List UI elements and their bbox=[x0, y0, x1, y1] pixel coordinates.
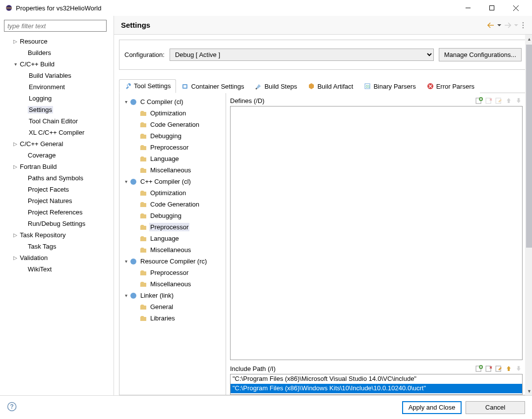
cancel-button[interactable]: Cancel bbox=[466, 401, 525, 414]
nav-cppgeneral[interactable]: ▷C/C++ General bbox=[4, 138, 110, 150]
tt-rc-preprocessor[interactable]: Preprocessor bbox=[119, 267, 226, 278]
move-up-icon[interactable] bbox=[505, 365, 513, 372]
vertical-scrollbar[interactable]: ▲ ▼ bbox=[525, 35, 532, 395]
tt-c-preprocessor[interactable]: Preprocessor bbox=[119, 142, 226, 153]
tt-resource-compiler[interactable]: ▾Resource Compiler (rc) bbox=[119, 256, 226, 267]
nav-validation[interactable]: ▷Validation bbox=[4, 252, 110, 263]
detail-panel: Defines (/D) Include Path (/I) bbox=[226, 93, 527, 395]
tab-strip: Tool Settings Container Settings Build S… bbox=[119, 79, 527, 93]
category-icon bbox=[139, 223, 147, 231]
nav-refs[interactable]: Project References bbox=[4, 207, 110, 218]
tt-linker-libraries[interactable]: Libraries bbox=[119, 313, 226, 324]
tab-build-steps[interactable]: Build Steps bbox=[249, 79, 302, 93]
forward-icon[interactable] bbox=[504, 22, 511, 28]
nav-buildvars[interactable]: Build Variables bbox=[4, 70, 110, 81]
delete-icon[interactable] bbox=[485, 365, 493, 372]
nav-toolchain[interactable]: Tool Chain Editor bbox=[4, 115, 110, 127]
nav-builders[interactable]: Builders bbox=[4, 47, 110, 58]
category-icon bbox=[139, 314, 147, 322]
apply-and-close-button[interactable]: Apply and Close bbox=[402, 401, 462, 414]
help-icon[interactable]: ? bbox=[7, 402, 17, 412]
manage-configurations-button[interactable]: Manage Configurations... bbox=[439, 48, 522, 61]
include-label: Include Path (/I) bbox=[230, 365, 475, 372]
svg-rect-25 bbox=[508, 101, 510, 103]
tt-cpp-debugging[interactable]: Debugging bbox=[119, 210, 226, 221]
include-row-1[interactable]: "C:\Program Files (x86)\Windows Kits\10\… bbox=[231, 384, 522, 393]
tab-tool-settings[interactable]: Tool Settings bbox=[119, 79, 176, 93]
nav-paths[interactable]: Paths and Symbols bbox=[4, 172, 110, 184]
delete-icon[interactable] bbox=[485, 97, 493, 105]
nav-facets[interactable]: Project Facets bbox=[4, 184, 110, 195]
artifact-icon bbox=[308, 83, 315, 90]
tool-icon bbox=[129, 292, 137, 300]
nav-coverage[interactable]: Coverage bbox=[4, 150, 110, 161]
back-icon[interactable] bbox=[487, 22, 494, 28]
nav-natures[interactable]: Project Natures bbox=[4, 195, 110, 207]
close-button[interactable] bbox=[504, 0, 527, 15]
filter-input[interactable] bbox=[4, 20, 107, 32]
tt-c-codegen[interactable]: Code Generation bbox=[119, 119, 226, 130]
tool-tree: ▾C Compiler (cl) Optimization Code Gener… bbox=[119, 93, 226, 395]
edit-icon[interactable] bbox=[495, 365, 503, 372]
category-icon bbox=[139, 144, 147, 152]
move-down-icon[interactable] bbox=[515, 365, 523, 372]
minimize-button[interactable] bbox=[457, 0, 479, 15]
tt-rc-misc[interactable]: Miscellaneous bbox=[119, 278, 226, 290]
view-menu-icon[interactable] bbox=[521, 22, 525, 29]
tt-c-compiler[interactable]: ▾C Compiler (cl) bbox=[119, 96, 226, 107]
svg-point-20 bbox=[130, 293, 136, 299]
category-icon bbox=[139, 132, 147, 140]
tool-icon bbox=[129, 98, 137, 106]
tt-cpp-codegen[interactable]: Code Generation bbox=[119, 199, 226, 210]
tab-build-artifact[interactable]: Build Artifact bbox=[302, 79, 358, 93]
tt-cpp-language[interactable]: Language bbox=[119, 233, 226, 244]
category-icon bbox=[139, 166, 147, 174]
category-icon bbox=[139, 189, 147, 197]
tt-c-debugging[interactable]: Debugging bbox=[119, 130, 226, 142]
add-icon[interactable] bbox=[475, 365, 483, 372]
move-up-icon[interactable] bbox=[505, 97, 513, 105]
tt-linker[interactable]: ▾Linker (link) bbox=[119, 290, 226, 301]
wrench-icon bbox=[124, 83, 131, 90]
scroll-thumb[interactable] bbox=[526, 45, 532, 248]
scroll-down-icon[interactable]: ▼ bbox=[525, 387, 532, 395]
nav-resource[interactable]: ▷Resource bbox=[4, 36, 110, 47]
config-select[interactable]: Debug [ Active ] bbox=[170, 49, 434, 61]
nav-xl[interactable]: XL C/C++ Compiler bbox=[4, 127, 110, 138]
maximize-button[interactable] bbox=[480, 0, 503, 15]
nav-cppbuild[interactable]: ▾C/C++ Build bbox=[4, 58, 110, 70]
nav-logging[interactable]: Logging bbox=[4, 93, 110, 104]
scroll-up-icon[interactable]: ▲ bbox=[525, 35, 532, 43]
tt-cpp-preprocessor[interactable]: Preprocessor bbox=[119, 221, 226, 233]
tt-cpp-compiler[interactable]: ▾C++ Compiler (cl) bbox=[119, 176, 226, 187]
nav-rundebug[interactable]: Run/Debug Settings bbox=[4, 218, 110, 229]
nav-wikitext[interactable]: WikiText bbox=[4, 263, 110, 275]
nav-fortran[interactable]: ▷Fortran Build bbox=[4, 161, 110, 172]
nav-taskrepo[interactable]: ▷Task Repository bbox=[4, 229, 110, 241]
tt-c-language[interactable]: Language bbox=[119, 153, 226, 164]
tab-error-parsers[interactable]: Error Parsers bbox=[421, 79, 480, 93]
defines-list[interactable] bbox=[230, 106, 523, 360]
nav-tasktags[interactable]: Task Tags bbox=[4, 241, 110, 252]
nav-settings[interactable]: Settings bbox=[4, 104, 110, 115]
svg-rect-26 bbox=[518, 98, 520, 101]
tt-c-misc[interactable]: Miscellaneous bbox=[119, 164, 226, 176]
tt-cpp-optimization[interactable]: Optimization bbox=[119, 187, 226, 199]
include-row-0[interactable]: "C:\Program Files (x86)\Microsoft Visual… bbox=[231, 374, 522, 384]
include-list[interactable]: "C:\Program Files (x86)\Microsoft Visual… bbox=[230, 374, 523, 395]
back-menu-icon[interactable] bbox=[497, 23, 501, 27]
tt-linker-general[interactable]: General bbox=[119, 301, 226, 313]
category-icon bbox=[139, 109, 147, 117]
move-down-icon[interactable] bbox=[515, 97, 523, 105]
tt-cpp-misc[interactable]: Miscellaneous bbox=[119, 244, 226, 256]
tab-container-settings[interactable]: Container Settings bbox=[176, 79, 249, 93]
add-icon[interactable] bbox=[475, 97, 483, 105]
category-icon bbox=[139, 269, 147, 277]
svg-rect-31 bbox=[508, 368, 510, 371]
forward-menu-icon[interactable] bbox=[514, 23, 518, 27]
edit-icon[interactable] bbox=[495, 97, 503, 105]
tt-c-optimization[interactable]: Optimization bbox=[119, 107, 226, 119]
svg-rect-2 bbox=[6, 7, 12, 8]
tab-binary-parsers[interactable]: 01 Binary Parsers bbox=[358, 79, 421, 93]
nav-environment[interactable]: Environment bbox=[4, 81, 110, 93]
